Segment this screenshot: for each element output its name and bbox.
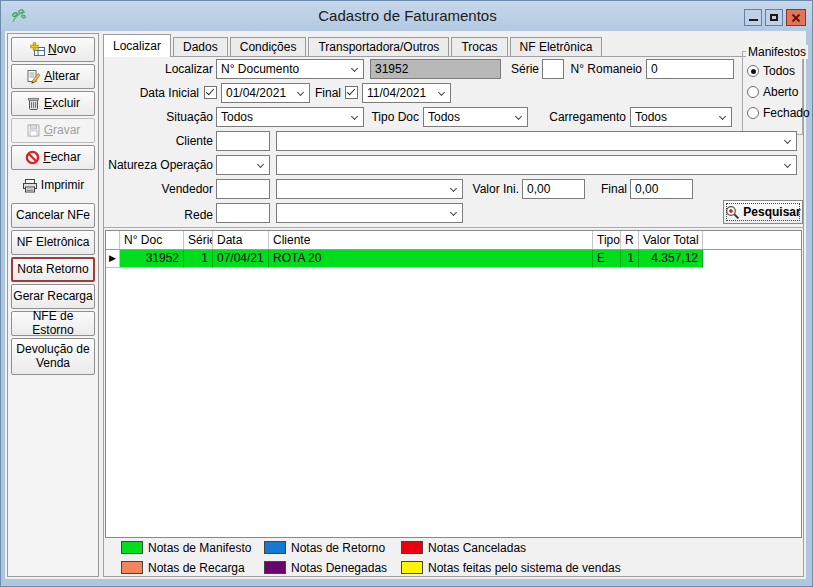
radio-unselected-icon	[747, 86, 759, 98]
table-row[interactable]: ▶ 31952 1 07/04/21 ROTA 20 E 1 4.357,12	[106, 250, 801, 268]
situacao-label: Situação	[141, 109, 213, 125]
search-plus-icon	[725, 205, 740, 220]
minimize-icon	[749, 19, 758, 21]
valor-ini-input[interactable]: 0,00	[522, 179, 585, 199]
gerar-recarga-label: Gerar Recarga	[13, 290, 92, 304]
minimize-button[interactable]	[744, 9, 762, 26]
data-inicial-datepicker[interactable]: 01/04/2021	[221, 83, 310, 103]
nfe-de-estorno-label: NFE de Estorno	[12, 310, 94, 338]
tab-nf-eletronica[interactable]: NF Eletrônica	[510, 37, 603, 56]
row-indicator-icon: ▶	[106, 250, 120, 268]
col-header-data[interactable]: Data	[213, 231, 269, 249]
col-header-valor-total[interactable]: Valor Total	[639, 231, 703, 249]
col-header-cliente[interactable]: Cliente	[269, 231, 593, 249]
chevron-down-icon	[719, 113, 726, 120]
tipo-doc-value: Todos	[428, 110, 460, 124]
serie-input[interactable]	[542, 59, 564, 79]
checkmark-icon	[347, 87, 355, 96]
tab-transportadora-outros[interactable]: Transportadora/Outros	[308, 37, 449, 56]
col-header-serie[interactable]: Série	[184, 231, 213, 249]
radio-manifestos-aberto[interactable]: Aberto	[747, 85, 798, 99]
manifestos-title: Manifestos	[746, 45, 808, 59]
tab-dados[interactable]: Dados	[173, 37, 228, 56]
natureza-name-select[interactable]	[276, 155, 797, 175]
chevron-down-icon	[784, 161, 791, 168]
nfe-de-estorno-button[interactable]: NFE de Estorno	[11, 311, 95, 336]
prohibition-icon	[25, 150, 40, 165]
excluir-label: Excluir	[44, 97, 80, 111]
localizar-field-value: N° Documento	[221, 62, 299, 76]
nf-eletronica-button[interactable]: NF Eletrônica	[11, 230, 95, 255]
close-button[interactable]	[786, 9, 806, 26]
gerar-recarga-button[interactable]: Gerar Recarga	[11, 284, 95, 309]
vendedor-name-select[interactable]	[276, 179, 463, 199]
maximize-button[interactable]	[765, 9, 783, 26]
legend-label-denegadas: Notas Denegadas	[291, 561, 387, 575]
data-final-value: 11/04/2021	[367, 86, 426, 100]
data-final-checkbox[interactable]	[345, 86, 358, 99]
cliente-code-input[interactable]	[216, 131, 270, 151]
romaneio-input[interactable]: 0	[646, 59, 734, 79]
radio-aberto-label: Aberto	[763, 85, 798, 99]
rede-code-input[interactable]	[216, 203, 270, 223]
pesquisar-label: Pesquisar	[743, 205, 800, 219]
legend-swatch-manifesto	[121, 541, 143, 554]
chevron-down-icon	[297, 89, 304, 96]
novo-button[interactable]: Novo	[11, 37, 95, 62]
grid-header: N° Doc Série Data Cliente Tipo R Valor T…	[106, 231, 801, 250]
chevron-down-icon	[351, 113, 358, 120]
radio-todos-label: Todos	[763, 64, 795, 78]
gravar-label: Gravar	[44, 124, 81, 138]
tab-condicoes[interactable]: Condições	[230, 37, 307, 56]
legend-swatch-recarga	[121, 561, 143, 574]
col-header-n-doc[interactable]: N° Doc	[120, 231, 184, 249]
app-window: Cadastro de Faturamentos Novo Alterar	[0, 0, 813, 587]
fechar-button[interactable]: Fechar	[11, 145, 95, 170]
tab-localizar[interactable]: Localizar	[103, 34, 171, 57]
cell-data: 07/04/21	[213, 250, 269, 268]
cell-tipo: E	[593, 250, 621, 268]
col-header-tipo[interactable]: Tipo	[593, 231, 621, 249]
excluir-button[interactable]: Excluir	[11, 91, 95, 116]
search-panel-divider	[104, 227, 803, 228]
chevron-down-icon	[450, 185, 457, 192]
localizar-field-select[interactable]: N° Documento	[216, 59, 364, 79]
vendedor-code-input[interactable]	[216, 179, 270, 199]
cancelar-nfe-label: Cancelar NFe	[16, 209, 90, 223]
legend-swatch-retorno	[264, 541, 286, 554]
rede-name-select[interactable]	[276, 203, 463, 223]
imprimir-button[interactable]: Imprimir	[11, 172, 95, 199]
radio-manifestos-todos[interactable]: Todos	[747, 64, 795, 78]
chevron-down-icon	[450, 209, 457, 216]
natureza-code-select[interactable]	[216, 155, 270, 175]
carregamento-select[interactable]: Todos	[630, 107, 732, 127]
alterar-button[interactable]: Alterar	[11, 64, 95, 89]
window-title: Cadastro de Faturamentos	[1, 7, 813, 24]
tab-trocas[interactable]: Trocas	[451, 37, 507, 56]
valor-final-input[interactable]: 0,00	[630, 179, 693, 199]
pesquisar-button[interactable]: Pesquisar	[723, 200, 803, 224]
legend-swatch-sistema-vendas	[401, 561, 423, 574]
cliente-label: Cliente	[151, 133, 213, 149]
data-final-datepicker[interactable]: 11/04/2021	[362, 83, 451, 103]
devolucao-de-venda-button[interactable]: Devolução de Venda	[11, 338, 95, 375]
cliente-name-select[interactable]	[276, 131, 797, 151]
documento-input[interactable]: 31952	[370, 59, 501, 79]
tipo-doc-select[interactable]: Todos	[423, 107, 528, 127]
data-inicial-checkbox[interactable]	[204, 86, 217, 99]
radio-manifestos-fechado[interactable]: Fechado	[747, 106, 810, 120]
serie-label: Série	[499, 61, 539, 77]
data-inicial-label: Data Inicial	[119, 85, 199, 101]
situacao-select[interactable]: Todos	[216, 107, 364, 127]
col-header-r[interactable]: R	[621, 231, 639, 249]
results-grid[interactable]: N° Doc Série Data Cliente Tipo R Valor T…	[105, 230, 802, 538]
cell-cliente: ROTA 20	[269, 250, 593, 268]
nota-retorno-button[interactable]: Nota Retorno	[11, 257, 95, 282]
nota-retorno-label: Nota Retorno	[17, 263, 88, 277]
grid-header-gutter	[106, 231, 120, 249]
window-frame-bottom	[1, 579, 813, 587]
tipo-doc-label: Tipo Doc	[369, 109, 419, 125]
radio-selected-icon	[747, 65, 759, 77]
cancelar-nfe-button[interactable]: Cancelar NFe	[11, 203, 95, 228]
chevron-down-icon	[784, 137, 791, 144]
